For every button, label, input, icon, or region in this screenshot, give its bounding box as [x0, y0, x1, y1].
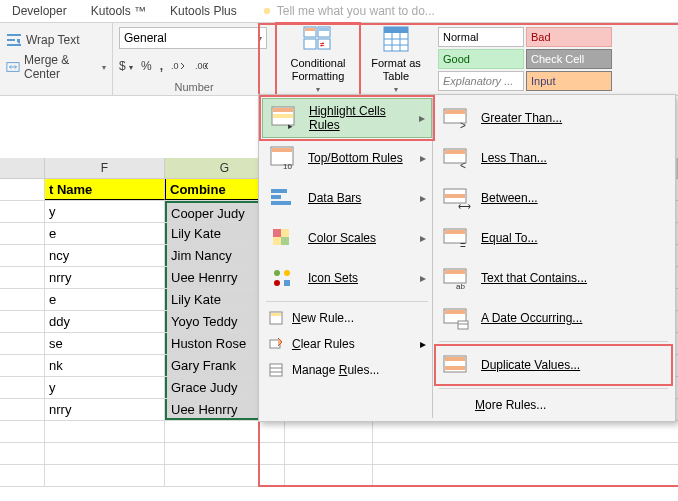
wrap-text-button[interactable]: Wrap Text: [6, 27, 80, 53]
svg-rect-9: [319, 28, 329, 31]
col-header-f[interactable]: F: [45, 158, 165, 178]
merge-center-icon: [6, 59, 20, 75]
cell-g[interactable]: [165, 465, 285, 486]
cell-partial[interactable]: [0, 223, 45, 244]
merge-center-dropdown-icon: ▾: [102, 63, 106, 72]
menu-clear-rules[interactable]: Clear Rules ▸: [262, 331, 432, 357]
tab-kutools-plus[interactable]: Kutools Plus: [158, 0, 249, 22]
tab-developer[interactable]: Developer: [0, 0, 79, 22]
menu-color-scales[interactable]: Color Scales ▸: [262, 218, 432, 258]
cell-f[interactable]: y: [45, 377, 165, 398]
cell-partial[interactable]: [0, 465, 45, 486]
merge-center-label: Merge & Center: [24, 53, 98, 81]
style-check-cell[interactable]: Check Cell: [526, 49, 612, 69]
menu-colorscales-label: Color Scales: [308, 231, 376, 245]
menu-greater-than[interactable]: > Greater Than...: [435, 98, 672, 138]
cell-partial[interactable]: [0, 355, 45, 376]
cell-partial[interactable]: [0, 333, 45, 354]
cell-g[interactable]: [165, 443, 285, 464]
cell-partial[interactable]: [0, 245, 45, 266]
tell-me-search[interactable]: Tell me what you want to do...: [249, 0, 447, 22]
merge-center-button[interactable]: Merge & Center ▾: [6, 54, 106, 80]
decrease-decimal-button[interactable]: .00: [195, 60, 211, 72]
svg-point-34: [284, 270, 290, 276]
menu-duplicate-values[interactable]: Duplicate Values...: [435, 345, 672, 385]
style-normal[interactable]: Normal: [438, 27, 524, 47]
menu-new-rule-label: New Rule...: [292, 311, 354, 325]
cell-f[interactable]: ncy: [45, 245, 165, 266]
svg-rect-14: [384, 27, 408, 33]
number-format-combo[interactable]: General ▾: [119, 27, 267, 49]
conditional-formatting-label: Conditional Formatting: [290, 57, 345, 83]
cell-partial[interactable]: [0, 267, 45, 288]
increase-decimal-button[interactable]: .0: [171, 60, 187, 72]
conditional-formatting-button[interactable]: ≠ Conditional Formatting ▾: [276, 23, 360, 95]
menu-top-bottom-rules[interactable]: 10 Top/Bottom Rules ▸: [262, 138, 432, 178]
col-header-partial[interactable]: [0, 158, 45, 178]
cell-f[interactable]: [45, 443, 165, 464]
menu-equal-label: Equal To...: [481, 231, 537, 245]
menu-data-bars[interactable]: Data Bars ▸: [262, 178, 432, 218]
cell-h[interactable]: [285, 421, 373, 442]
cell-partial[interactable]: [0, 201, 45, 222]
new-rule-icon: [268, 310, 284, 326]
svg-rect-21: [273, 114, 293, 118]
cell-f[interactable]: nk: [45, 355, 165, 376]
tell-me-text: Tell me what you want to do...: [277, 0, 435, 22]
style-input[interactable]: Input: [526, 71, 612, 91]
tab-kutools[interactable]: Kutools ™: [79, 0, 158, 22]
svg-rect-63: [445, 357, 465, 361]
menu-between[interactable]: ⟷ Between...: [435, 178, 672, 218]
cell-f[interactable]: se: [45, 333, 165, 354]
menu-new-rule[interactable]: New Rule...: [262, 305, 432, 331]
cell-partial[interactable]: [0, 311, 45, 332]
format-as-table-label: Format as Table: [371, 57, 421, 83]
menu-manage-rules[interactable]: Manage Rules...: [262, 357, 432, 383]
cell-h[interactable]: [285, 465, 373, 486]
comma-button[interactable]: ,: [160, 59, 163, 73]
cell-f[interactable]: nrry: [45, 267, 165, 288]
submenu-arrow-icon: ▸: [419, 111, 425, 125]
cell-f[interactable]: e: [45, 223, 165, 244]
menu-highlight-cells-rules[interactable]: ▸ Highlight Cells Rules ▸: [262, 98, 432, 138]
style-bad[interactable]: Bad: [526, 27, 612, 47]
currency-button[interactable]: $ ▾: [119, 59, 133, 73]
cell-f[interactable]: ddy: [45, 311, 165, 332]
menu-more-rules-label: More Rules...: [475, 398, 546, 412]
svg-text:=: =: [460, 240, 466, 251]
wrap-text-label: Wrap Text: [26, 33, 80, 47]
menu-icon-sets[interactable]: Icon Sets ▸: [262, 258, 432, 298]
cell-header-partial[interactable]: [0, 179, 45, 200]
wrap-text-icon: [6, 32, 22, 48]
cell-h[interactable]: [285, 443, 373, 464]
menu-date-occurring[interactable]: A Date Occurring...: [435, 298, 672, 338]
svg-rect-0: [7, 34, 21, 36]
cell-f[interactable]: [45, 421, 165, 442]
menu-more-rules[interactable]: More Rules...: [435, 392, 672, 418]
cell-partial[interactable]: [0, 377, 45, 398]
cell-f[interactable]: y: [45, 201, 165, 222]
percent-button[interactable]: %: [141, 59, 152, 73]
cell-g[interactable]: [165, 421, 285, 442]
cell-partial[interactable]: [0, 289, 45, 310]
cell-partial[interactable]: [0, 421, 45, 442]
cell-header-f[interactable]: t Name: [45, 179, 165, 200]
style-good[interactable]: Good: [438, 49, 524, 69]
menu-less-than[interactable]: < Less Than...: [435, 138, 672, 178]
cell-f[interactable]: [45, 465, 165, 486]
format-as-table-button[interactable]: Format as Table ▾: [360, 23, 432, 95]
menu-equal-to[interactable]: = Equal To...: [435, 218, 672, 258]
svg-rect-10: [304, 39, 316, 49]
cell-partial[interactable]: [0, 443, 45, 464]
svg-rect-64: [445, 366, 465, 370]
cell-f[interactable]: nrry: [45, 399, 165, 420]
svg-rect-30: [281, 229, 289, 237]
menu-clear-rules-label: Clear Rules: [292, 337, 355, 351]
menu-date-label: A Date Occurring...: [481, 311, 582, 325]
cell-partial[interactable]: [0, 399, 45, 420]
style-explanatory[interactable]: Explanatory ...: [438, 71, 524, 91]
svg-rect-50: [445, 194, 465, 198]
ribbon-tabs: Developer Kutools ™ Kutools Plus Tell me…: [0, 0, 678, 23]
cell-f[interactable]: e: [45, 289, 165, 310]
menu-text-contains[interactable]: ab Text that Contains...: [435, 258, 672, 298]
